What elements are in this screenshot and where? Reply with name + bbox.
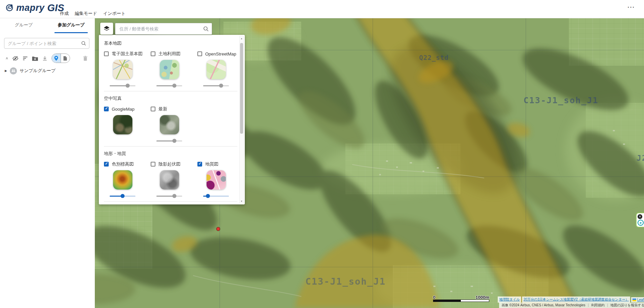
checkbox[interactable]: [151, 51, 155, 56]
layers-icon: [103, 25, 110, 32]
layer-hillshade: 陰影起伏図: [151, 161, 197, 199]
checkbox[interactable]: [104, 162, 109, 167]
section-other: その他: [104, 202, 237, 204]
seamless-geology-link[interactable]: 20万分の1日本シームレス地質図V2（産総研地質調査総合センター）: [523, 298, 629, 301]
list-view-toggle[interactable]: [61, 54, 70, 63]
layer-checkbox-row[interactable]: 地質図: [197, 161, 235, 168]
group-list-item[interactable]: ▶ サンプルグループ: [0, 66, 95, 76]
logo-brand-text: mapry: [16, 3, 45, 13]
section-base-maps: 基本地図 電子国土基本図: [104, 36, 237, 91]
sort-icon[interactable]: [22, 56, 28, 61]
scroll-down-arrow[interactable]: ▼: [240, 199, 243, 203]
app-logo[interactable]: mapry GIS: [5, 2, 64, 14]
tab-joined-groups[interactable]: 参加グループ: [47, 18, 95, 33]
layer-checkbox-row[interactable]: 電子国土基本図: [104, 50, 151, 57]
tab-groups[interactable]: グループ: [0, 18, 47, 33]
hide-all-icon[interactable]: [12, 55, 19, 62]
checkbox[interactable]: [197, 162, 202, 167]
layer-latest-aerial: 最新: [151, 106, 197, 144]
group-search-input[interactable]: [4, 41, 81, 46]
map-point-marker[interactable]: [216, 227, 220, 231]
leaflet-flag-icon: [632, 299, 636, 301]
layer-thumbnail[interactable]: [113, 60, 132, 79]
layer-thumbnail[interactable]: [207, 60, 226, 79]
section-title: 基本地図: [104, 40, 237, 46]
layer-thumbnail[interactable]: [113, 115, 132, 134]
opacity-slider[interactable]: [110, 194, 135, 198]
scroll-up-arrow[interactable]: ▲: [240, 36, 243, 40]
top-menu: 作成 編集モード インポート: [60, 10, 126, 17]
layer-checkbox-row[interactable]: 色別標高図: [104, 161, 151, 168]
layer-checkbox-row[interactable]: 土地利用図: [151, 50, 197, 57]
download-icon[interactable]: [42, 56, 48, 61]
layers-panel: 基本地図 電子国土基本図: [99, 35, 245, 204]
layer-geology: 地質図: [197, 161, 235, 199]
layer-checkbox-row[interactable]: OpenStreetMap: [197, 50, 235, 57]
layer-thumbnail[interactable]: [160, 170, 179, 190]
layer-googlemap: GoogleMap: [104, 106, 151, 144]
checkbox[interactable]: [151, 162, 155, 167]
opacity-slider[interactable]: [156, 194, 182, 198]
opacity-slider[interactable]: [110, 84, 135, 88]
layer-landuse: 土地利用図: [151, 50, 197, 88]
opacity-slider[interactable]: [156, 139, 182, 143]
gsi-tiles-link[interactable]: 地理院タイル: [499, 298, 520, 301]
view-mode-toggle: [51, 53, 70, 63]
address-search-box: [115, 23, 212, 35]
layer-elevation: 色別標高図: [104, 161, 151, 199]
group-search-box: [4, 38, 89, 49]
more-menu-button[interactable]: ⋯: [627, 3, 635, 12]
layers-button[interactable]: [100, 23, 113, 35]
menu-edit-mode[interactable]: 編集モード: [75, 10, 97, 17]
opacity-slider[interactable]: [156, 84, 182, 88]
terms-link[interactable]: 利用規約: [591, 303, 605, 308]
map-attribution-credits: 画像 ©2024 Airbus, CNES / Airbus, Maxar Te…: [499, 303, 644, 308]
layer-checkbox-row[interactable]: 最新: [151, 106, 197, 112]
layer-thumbnail[interactable]: [207, 170, 226, 190]
leaflet-link[interactable]: Leaflet: [637, 298, 644, 302]
close-icon[interactable]: ✕: [638, 214, 642, 219]
group-avatar: [10, 67, 17, 74]
checkbox[interactable]: [104, 107, 109, 111]
sidebar: グループ 参加グループ ∧: [0, 18, 95, 308]
file-icon: [63, 56, 67, 61]
people-icon: [11, 69, 16, 72]
menu-create[interactable]: 作成: [60, 10, 69, 17]
group-toolbar: ∧: [0, 53, 95, 63]
add-folder-icon[interactable]: [32, 56, 38, 61]
report-error-link[interactable]: 地図の誤りを報告する: [610, 303, 644, 308]
map-attribution-links: 地理院タイル 20万分の1日本シームレス地質図V2（産総研地質調査総合センター）…: [498, 296, 644, 303]
layer-thumbnail[interactable]: [113, 170, 132, 190]
group-name: サンプルグループ: [20, 68, 56, 74]
checkbox[interactable]: [104, 51, 109, 56]
app-root: Q22_std C13-J1_soh_J1 J2- C13-J1_soh_J1 …: [0, 0, 644, 308]
section-title: 地形・地質: [104, 151, 237, 157]
info-badge-icon[interactable]: e: [638, 220, 644, 226]
menu-import[interactable]: インポート: [103, 10, 126, 17]
logo-pin-icon: [5, 3, 14, 13]
layer-thumbnail[interactable]: [160, 60, 179, 79]
address-search-input[interactable]: [115, 26, 203, 31]
pin-icon: [54, 56, 59, 61]
panel-scrollbar: ▲ ▼: [239, 36, 244, 203]
layer-kokudo: 電子国土基本図: [104, 50, 151, 88]
layer-checkbox-row[interactable]: 陰影起伏図: [151, 161, 197, 168]
app-header: mapry GIS 作成 編集モード インポート ⋯: [0, 0, 644, 18]
layer-thumbnail[interactable]: [160, 115, 179, 134]
checkbox[interactable]: [151, 107, 155, 111]
delete-icon[interactable]: [83, 56, 88, 61]
search-icon[interactable]: [203, 26, 209, 32]
pin-view-toggle[interactable]: [52, 54, 61, 63]
collapse-icon[interactable]: ∧: [5, 56, 8, 60]
expand-caret-icon[interactable]: ▶: [5, 69, 7, 72]
search-icon[interactable]: [81, 41, 86, 46]
layer-checkbox-row[interactable]: GoogleMap: [104, 106, 151, 112]
opacity-slider[interactable]: [203, 194, 229, 198]
opacity-slider[interactable]: [203, 84, 229, 88]
layer-osm: OpenStreetMap: [197, 50, 235, 88]
imagery-credit: 画像 ©2024 Airbus, CNES / Airbus, Maxar Te…: [502, 303, 585, 308]
sidebar-tabs: グループ 参加グループ: [0, 18, 95, 33]
scrollbar-thumb[interactable]: [240, 43, 243, 134]
checkbox[interactable]: [197, 51, 202, 56]
edge-popup: ✕ e: [636, 213, 644, 227]
